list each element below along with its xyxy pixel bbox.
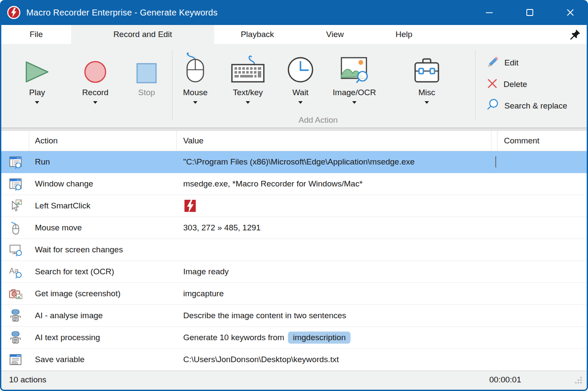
wait-action-button[interactable]: Wait [276,44,325,117]
ribbon-toolbar: Play Record Stop [1,44,587,128]
menu-tab-bar: File Record and Edit Playback View Help [1,25,587,44]
search-icon [486,99,499,114]
action-label: AI - analyse image [29,311,177,320]
text-caret [495,156,496,168]
action-label: Mouse move [29,223,177,233]
delete-button[interactable]: Delete [486,77,527,92]
minimize-button[interactable] [479,4,499,21]
image-ocr-dropdown-arrow[interactable] [352,101,357,104]
column-header-icon[interactable] [1,131,29,151]
play-dropdown-arrow[interactable] [35,101,39,104]
table-row-search-text-ocr[interactable]: Aa Search for text (OCR) Image ready [1,261,587,283]
table-row-get-image[interactable]: Get image (screenshot) imgcapture [1,283,587,305]
pencil-icon [486,56,499,71]
variable-chip: imgdescription [288,332,350,344]
app-logo-icon [7,6,21,19]
action-label: Search for text (OCR) [29,267,177,276]
misc-dropdown-arrow[interactable] [425,101,429,104]
value-cell: "C:\Program Files (x86)\Microsoft\Edge\A… [177,157,491,167]
record-icon [84,53,107,84]
action-label: Left SmartClick [29,201,177,211]
search-replace-button[interactable]: Search & replace [486,98,567,114]
wait-dropdown-arrow[interactable] [298,101,303,104]
tab-view[interactable]: View [300,25,369,44]
stop-icon [136,53,157,84]
table-row-left-smartclick[interactable]: Left SmartClick [1,195,587,217]
camera-screenshot-icon [1,286,29,301]
screen-watch-icon [1,242,29,257]
misc-action-button[interactable]: Misc [402,44,452,117]
tab-playback[interactable]: Playback [214,25,300,44]
table-row-run[interactable]: Run "C:\Program Files (x86)\Microsoft\Ed… [1,151,587,173]
column-header-comment[interactable]: Comment [497,131,587,151]
tab-file[interactable]: File [1,25,71,44]
macro-duration: 00:00:01 [489,375,521,385]
record-button[interactable]: Record [70,44,120,117]
table-row-ai-text-processing[interactable]: AI text processing Generate 10 keywords … [1,327,587,349]
action-label: Run [29,157,177,167]
value-cell: Describe the image content in two senten… [177,311,491,320]
clock-icon [287,53,314,84]
tab-record-and-edit[interactable]: Record and Edit [71,25,214,44]
robot-icon [1,330,29,345]
action-label: Save variable [29,355,177,364]
value-cell: Generate 10 keywords fromimgdescription [177,332,491,344]
action-label: AI text processing [29,333,177,342]
value-cell: Image ready [177,267,491,276]
action-count: 10 actions [9,375,47,385]
pushpin-icon[interactable] [569,29,581,40]
resize-grip[interactable] [575,377,582,386]
smartclick-cursor-icon [1,199,29,213]
value-cell: imgcapture [177,289,491,298]
value-cell: C:\Users\JonDonson\Desktop\keywords.txt [177,355,491,364]
mouse-dropdown-arrow[interactable] [193,101,197,104]
column-header-gap [491,131,497,151]
column-header-value[interactable]: Value [177,131,491,151]
action-label: Window change [29,179,177,189]
text-key-dropdown-arrow[interactable] [246,101,250,104]
window-content: File Record and Edit Playback View Help … [1,25,587,390]
title-bar[interactable]: Macro Recorder Enterprise - Generate Key… [0,0,588,25]
action-label: Get image (screenshot) [29,289,177,298]
table-row-ai-analyse-image[interactable]: AI - analyse image Describe the image co… [1,305,587,327]
close-button[interactable] [560,4,580,21]
table-row-wait-screen-changes[interactable]: Wait for screen changes [1,239,587,261]
briefcase-icon [413,53,440,84]
window-title: Macro Recorder Enterprise - Generate Key… [26,8,218,18]
table-row-save-variable[interactable]: Save variable C:\Users\JonDonson\Desktop… [1,349,587,371]
record-dropdown-arrow[interactable] [93,101,97,104]
status-bar: 10 actions 00:00:01 [1,371,587,390]
image-ocr-icon [340,53,369,84]
delete-x-icon [486,78,498,92]
value-cell [177,199,491,213]
keyboard-icon [230,53,266,84]
maximize-button[interactable] [520,4,540,21]
mouse-icon [182,53,208,84]
run-window-icon [1,155,29,169]
stop-button[interactable]: Stop [122,44,171,117]
image-ocr-action-button[interactable]: Image/OCR [327,44,382,117]
edit-button[interactable]: Edit [486,55,519,71]
tab-help[interactable]: Help [369,25,438,44]
app-window: Macro Recorder Enterprise - Generate Key… [0,0,588,391]
ribbon-table-separator [1,128,587,131]
mouse-action-button[interactable]: Mouse [170,44,220,117]
text-key-action-button[interactable]: Text/key [222,44,273,117]
action-label: Wait for screen changes [29,245,177,254]
table-row-mouse-move[interactable]: Mouse move 303, 272 » 485, 1291 [1,217,587,239]
value-cell: 303, 272 » 485, 1291 [177,223,491,233]
play-button[interactable]: Play [12,44,62,117]
table-header: Action Value Comment [1,131,587,151]
robot-icon [1,308,29,323]
column-header-action[interactable]: Action [29,131,177,151]
mouse-icon [1,220,29,235]
table-row-window-change[interactable]: Window change msedge.exe, *Macro Recorde… [1,173,587,195]
ribbon-divider [475,50,475,121]
add-action-group-label: Add Action [286,115,350,125]
form-window-icon [1,352,29,367]
ocr-text-icon: Aa [1,264,29,279]
value-cell: msedge.exe, *Macro Recorder for Windows/… [177,179,491,189]
play-icon [25,53,50,84]
window-change-icon [1,177,29,191]
macro-recorder-red-logo [184,199,197,213]
